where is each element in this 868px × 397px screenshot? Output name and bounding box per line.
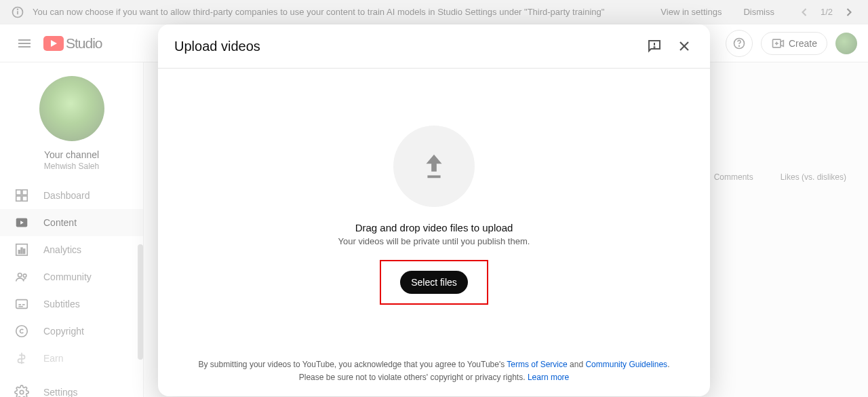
modal-footer: By submitting your videos to YouTube, yo… — [158, 349, 710, 396]
terms-of-service-link[interactable]: Terms of Service — [507, 360, 567, 369]
upload-sub-text: Your videos will be private until you pu… — [338, 236, 530, 246]
close-button[interactable] — [675, 37, 694, 56]
community-guidelines-link[interactable]: Community Guidelines — [585, 360, 667, 369]
modal-header: Upload videos — [158, 24, 710, 69]
modal-title: Upload videos — [174, 39, 260, 54]
upload-videos-modal: Upload videos Drag and drop video files … — [158, 24, 710, 396]
select-files-button[interactable]: Select files — [400, 271, 468, 294]
svg-rect-34 — [427, 176, 440, 178]
upload-main-text: Drag and drop video files to upload — [355, 222, 513, 233]
upload-drop-zone[interactable] — [393, 126, 475, 207]
modal-body[interactable]: Drag and drop video files to upload Your… — [158, 69, 710, 349]
feedback-button[interactable] — [645, 37, 664, 56]
highlight-box: Select files — [380, 260, 488, 305]
svg-point-31 — [654, 47, 654, 48]
learn-more-link[interactable]: Learn more — [528, 373, 569, 382]
